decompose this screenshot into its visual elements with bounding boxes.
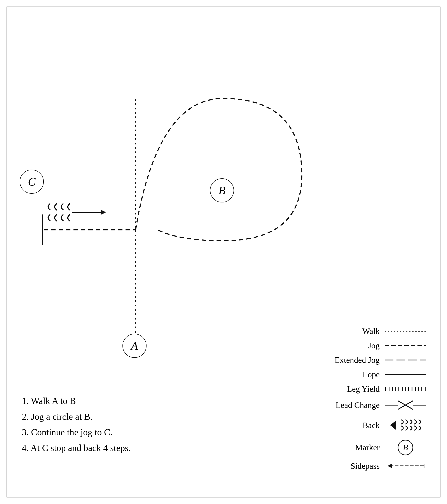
legend-lope-symbol <box>384 371 427 378</box>
legend-lead-change-label: Lead Change <box>323 400 380 410</box>
legend-marker: Marker B <box>323 439 427 456</box>
legend-extended-jog-label: Extended Jog <box>323 355 380 365</box>
marker-B: B <box>210 178 234 202</box>
legend-sidepass-label: Sidepass <box>323 461 380 471</box>
instruction-1: 1. Walk A to B <box>22 393 131 409</box>
legend-sidepass-symbol <box>384 462 427 470</box>
legend-extended-jog: Extended Jog <box>323 355 427 365</box>
instructions-block: 1. Walk A to B 2. Jog a circle at B. 3. … <box>22 393 131 456</box>
legend-marker-symbol: B <box>384 439 427 456</box>
instruction-3: 3. Continue the jog to C. <box>22 425 131 440</box>
legend-sidepass: Sidepass <box>323 461 427 471</box>
legend-leg-yield: Leg Yield <box>323 384 427 394</box>
marker-A: A <box>122 334 147 358</box>
legend-walk: Walk <box>323 326 427 336</box>
legend-lead-change: Lead Change <box>323 398 427 412</box>
legend-leg-yield-symbol <box>384 386 427 392</box>
instruction-4: 4. At C stop and back 4 steps. <box>22 440 131 456</box>
marker-C: C <box>20 170 44 194</box>
legend-jog-symbol <box>384 342 427 349</box>
legend-walk-label: Walk <box>323 326 380 336</box>
svg-marker-1 <box>101 210 106 215</box>
svg-text:B: B <box>403 443 408 452</box>
legend-back-symbol <box>384 416 427 434</box>
legend-back: Back <box>323 416 427 434</box>
legend-walk-symbol <box>384 328 427 334</box>
legend-lope-label: Lope <box>323 370 380 379</box>
legend-leg-yield-label: Leg Yield <box>323 384 380 394</box>
legend-extended-jog-symbol <box>384 357 427 363</box>
legend-block: Walk Jog Extended Jog Lope <box>323 326 427 476</box>
legend-jog-label: Jog <box>323 341 380 350</box>
svg-marker-23 <box>390 421 395 430</box>
legend-lead-change-symbol <box>384 398 427 412</box>
legend-back-label: Back <box>323 420 380 430</box>
legend-jog: Jog <box>323 341 427 350</box>
legend-lope: Lope <box>323 370 427 379</box>
svg-marker-27 <box>388 464 392 468</box>
sidepass-diagram <box>44 197 118 236</box>
legend-marker-label: Marker <box>323 443 380 452</box>
instruction-2: 2. Jog a circle at B. <box>22 409 131 425</box>
